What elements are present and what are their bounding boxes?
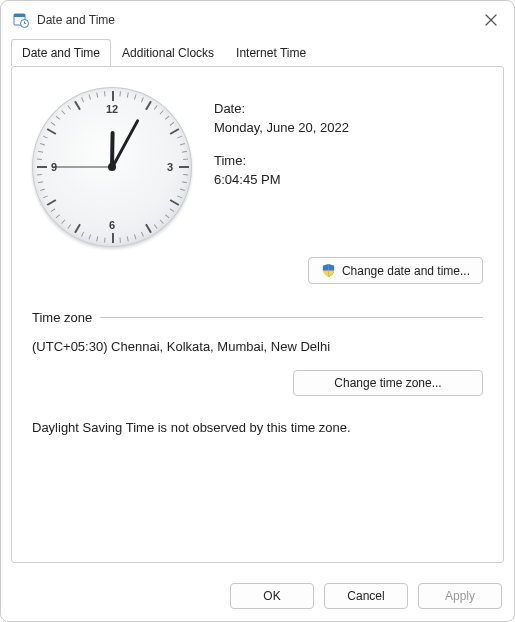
dialog-button-bar: OK Cancel Apply — [1, 573, 514, 621]
close-button[interactable] — [480, 9, 502, 31]
date-label: Date: — [214, 101, 349, 116]
dst-info-text: Daylight Saving Time is not observed by … — [32, 420, 483, 435]
shield-icon — [321, 263, 336, 278]
ok-button[interactable]: OK — [230, 583, 314, 609]
date-value: Monday, June 20, 2022 — [214, 120, 349, 135]
timezone-section-header: Time zone — [32, 310, 483, 325]
cancel-button[interactable]: Cancel — [324, 583, 408, 609]
close-icon — [485, 14, 497, 26]
analog-clock: 36912 — [32, 87, 192, 247]
change-time-zone-button-label: Change time zone... — [334, 376, 441, 390]
calendar-clock-icon — [13, 12, 29, 28]
tab-date-and-time[interactable]: Date and Time — [11, 39, 111, 66]
timezone-section-label: Time zone — [32, 310, 92, 325]
tab-panel: 36912 Date: Monday, June 20, 2022 Time: … — [11, 66, 504, 563]
titlebar: Date and Time — [1, 1, 514, 39]
tab-internet-time[interactable]: Internet Time — [225, 39, 317, 66]
svg-rect-1 — [14, 14, 25, 17]
time-label: Time: — [214, 153, 349, 168]
timezone-value: (UTC+05:30) Chennai, Kolkata, Mumbai, Ne… — [32, 339, 483, 354]
change-date-time-button[interactable]: Change date and time... — [308, 257, 483, 284]
tabstrip: Date and Time Additional Clocks Internet… — [1, 39, 514, 67]
tab-additional-clocks[interactable]: Additional Clocks — [111, 39, 225, 66]
change-date-time-button-label: Change date and time... — [342, 264, 470, 278]
change-time-zone-button[interactable]: Change time zone... — [293, 370, 483, 396]
apply-button[interactable]: Apply — [418, 583, 502, 609]
window-title: Date and Time — [37, 13, 480, 27]
time-value: 6:04:45 PM — [214, 172, 349, 187]
divider-line — [100, 317, 483, 318]
